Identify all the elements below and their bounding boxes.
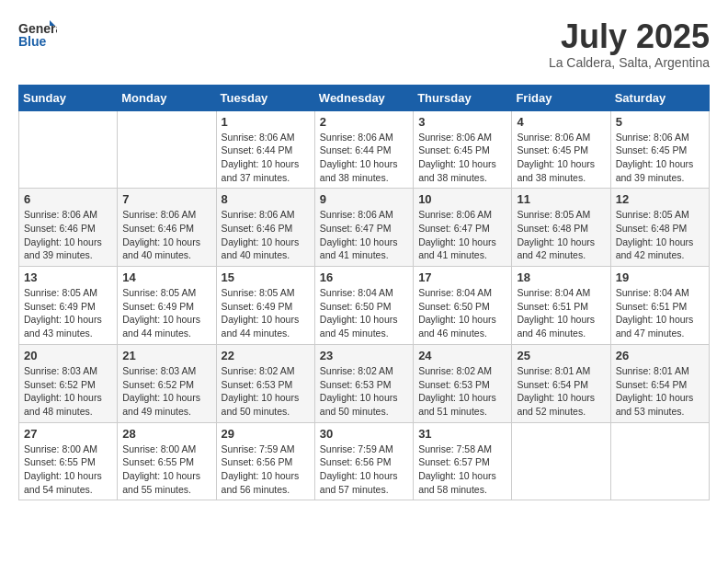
calendar-cell: 6Sunrise: 8:06 AMSunset: 6:46 PMDaylight…	[19, 189, 118, 267]
calendar-cell: 25Sunrise: 8:01 AMSunset: 6:54 PMDayligh…	[512, 344, 610, 422]
calendar-cell: 21Sunrise: 8:03 AMSunset: 6:52 PMDayligh…	[118, 344, 216, 422]
calendar-cell: 30Sunrise: 7:59 AMSunset: 6:56 PMDayligh…	[314, 422, 413, 500]
day-number: 13	[24, 270, 112, 284]
calendar-cell: 8Sunrise: 8:06 AMSunset: 6:46 PMDaylight…	[216, 189, 314, 267]
month-title: July 2025	[549, 18, 710, 55]
calendar-cell	[512, 422, 610, 500]
cell-info: Sunrise: 8:02 AMSunset: 6:53 PMDaylight:…	[418, 364, 506, 419]
cell-info: Sunrise: 8:06 AMSunset: 6:45 PMDaylight:…	[418, 131, 506, 185]
cell-info: Sunrise: 8:06 AMSunset: 6:44 PMDaylight:…	[222, 131, 310, 185]
day-number: 26	[616, 349, 704, 362]
calendar-cell: 29Sunrise: 7:59 AMSunset: 6:56 PMDayligh…	[216, 422, 314, 500]
calendar-cell: 2Sunrise: 8:06 AMSunset: 6:44 PMDaylight…	[314, 110, 413, 189]
day-number: 12	[616, 192, 704, 206]
cell-info: Sunrise: 8:02 AMSunset: 6:53 PMDaylight:…	[222, 364, 310, 419]
cell-info: Sunrise: 8:06 AMSunset: 6:44 PMDaylight:…	[320, 131, 408, 185]
cell-info: Sunrise: 8:03 AMSunset: 6:52 PMDaylight:…	[122, 364, 210, 419]
day-number: 20	[24, 349, 112, 362]
weekday-friday: Friday	[512, 85, 610, 110]
day-number: 8	[222, 192, 310, 206]
day-number: 1	[222, 115, 310, 129]
calendar-cell: 11Sunrise: 8:05 AMSunset: 6:48 PMDayligh…	[512, 189, 610, 267]
cell-info: Sunrise: 8:06 AMSunset: 6:47 PMDaylight:…	[320, 208, 408, 262]
calendar-cell: 20Sunrise: 8:03 AMSunset: 6:52 PMDayligh…	[19, 344, 118, 422]
cell-info: Sunrise: 8:06 AMSunset: 6:45 PMDaylight:…	[616, 131, 704, 185]
calendar-cell: 26Sunrise: 8:01 AMSunset: 6:54 PMDayligh…	[610, 344, 709, 422]
calendar-cell: 16Sunrise: 8:04 AMSunset: 6:50 PMDayligh…	[314, 267, 413, 345]
cell-info: Sunrise: 8:04 AMSunset: 6:50 PMDaylight:…	[320, 286, 408, 340]
svg-text:Blue: Blue	[18, 34, 47, 49]
calendar-cell: 24Sunrise: 8:02 AMSunset: 6:53 PMDayligh…	[414, 344, 512, 422]
calendar-cell: 3Sunrise: 8:06 AMSunset: 6:45 PMDaylight…	[414, 110, 512, 189]
day-number: 9	[320, 192, 408, 206]
calendar-cell	[118, 110, 216, 189]
cell-info: Sunrise: 7:58 AMSunset: 6:57 PMDaylight:…	[418, 442, 506, 497]
cell-info: Sunrise: 8:06 AMSunset: 6:46 PMDaylight:…	[222, 208, 310, 262]
logo: General Blue	[18, 18, 57, 52]
calendar-cell: 19Sunrise: 8:04 AMSunset: 6:51 PMDayligh…	[610, 267, 709, 345]
calendar-cell: 9Sunrise: 8:06 AMSunset: 6:47 PMDaylight…	[314, 189, 413, 267]
day-number: 22	[222, 349, 310, 362]
calendar: SundayMondayTuesdayWednesdayThursdayFrid…	[18, 85, 710, 501]
cell-info: Sunrise: 8:01 AMSunset: 6:54 PMDaylight:…	[517, 364, 605, 419]
calendar-cell: 31Sunrise: 7:58 AMSunset: 6:57 PMDayligh…	[414, 422, 512, 500]
cell-info: Sunrise: 8:05 AMSunset: 6:48 PMDaylight:…	[517, 208, 605, 262]
day-number: 29	[222, 427, 310, 441]
day-number: 6	[24, 192, 112, 206]
calendar-cell	[19, 110, 118, 189]
week-row-2: 6Sunrise: 8:06 AMSunset: 6:46 PMDaylight…	[19, 189, 710, 267]
cell-info: Sunrise: 7:59 AMSunset: 6:56 PMDaylight:…	[320, 442, 408, 497]
cell-info: Sunrise: 8:05 AMSunset: 6:49 PMDaylight:…	[24, 286, 112, 340]
cell-info: Sunrise: 8:05 AMSunset: 6:49 PMDaylight:…	[222, 286, 310, 340]
cell-info: Sunrise: 8:00 AMSunset: 6:55 PMDaylight:…	[24, 442, 112, 497]
calendar-cell	[610, 422, 709, 500]
day-number: 2	[320, 115, 408, 129]
week-row-4: 20Sunrise: 8:03 AMSunset: 6:52 PMDayligh…	[19, 344, 710, 422]
cell-info: Sunrise: 8:00 AMSunset: 6:55 PMDaylight:…	[122, 442, 210, 497]
calendar-cell: 4Sunrise: 8:06 AMSunset: 6:45 PMDaylight…	[512, 110, 610, 189]
location: La Caldera, Salta, Argentina	[549, 55, 710, 70]
calendar-cell: 28Sunrise: 8:00 AMSunset: 6:55 PMDayligh…	[118, 422, 216, 500]
title-block: July 2025 La Caldera, Salta, Argentina	[549, 18, 710, 70]
calendar-cell: 7Sunrise: 8:06 AMSunset: 6:46 PMDaylight…	[118, 189, 216, 267]
day-number: 23	[320, 349, 408, 362]
weekday-tuesday: Tuesday	[216, 85, 314, 110]
calendar-cell: 1Sunrise: 8:06 AMSunset: 6:44 PMDaylight…	[216, 110, 314, 189]
calendar-cell: 18Sunrise: 8:04 AMSunset: 6:51 PMDayligh…	[512, 267, 610, 345]
day-number: 17	[418, 270, 506, 284]
calendar-cell: 5Sunrise: 8:06 AMSunset: 6:45 PMDaylight…	[610, 110, 709, 189]
weekday-thursday: Thursday	[414, 85, 512, 110]
page-header: General Blue July 2025 La Caldera, Salta…	[18, 18, 710, 70]
cell-info: Sunrise: 8:03 AMSunset: 6:52 PMDaylight:…	[24, 364, 112, 419]
day-number: 7	[122, 192, 210, 206]
day-number: 31	[418, 427, 506, 441]
day-number: 3	[418, 115, 506, 129]
day-number: 15	[222, 270, 310, 284]
day-number: 14	[122, 270, 210, 284]
weekday-saturday: Saturday	[610, 85, 709, 110]
cell-info: Sunrise: 8:05 AMSunset: 6:48 PMDaylight:…	[616, 208, 704, 262]
calendar-cell: 12Sunrise: 8:05 AMSunset: 6:48 PMDayligh…	[610, 189, 709, 267]
calendar-cell: 10Sunrise: 8:06 AMSunset: 6:47 PMDayligh…	[414, 189, 512, 267]
calendar-cell: 15Sunrise: 8:05 AMSunset: 6:49 PMDayligh…	[216, 267, 314, 345]
weekday-wednesday: Wednesday	[314, 85, 413, 110]
calendar-cell: 27Sunrise: 8:00 AMSunset: 6:55 PMDayligh…	[19, 422, 118, 500]
cell-info: Sunrise: 8:06 AMSunset: 6:46 PMDaylight:…	[122, 208, 210, 262]
weekday-monday: Monday	[118, 85, 216, 110]
cell-info: Sunrise: 8:06 AMSunset: 6:46 PMDaylight:…	[24, 208, 112, 262]
calendar-cell: 13Sunrise: 8:05 AMSunset: 6:49 PMDayligh…	[19, 267, 118, 345]
cell-info: Sunrise: 8:05 AMSunset: 6:49 PMDaylight:…	[122, 286, 210, 340]
day-number: 18	[517, 270, 605, 284]
cell-info: Sunrise: 8:04 AMSunset: 6:51 PMDaylight:…	[517, 286, 605, 340]
calendar-cell: 14Sunrise: 8:05 AMSunset: 6:49 PMDayligh…	[118, 267, 216, 345]
day-number: 16	[320, 270, 408, 284]
day-number: 10	[418, 192, 506, 206]
cell-info: Sunrise: 8:04 AMSunset: 6:50 PMDaylight:…	[418, 286, 506, 340]
calendar-cell: 17Sunrise: 8:04 AMSunset: 6:50 PMDayligh…	[414, 267, 512, 345]
day-number: 5	[616, 115, 704, 129]
day-number: 24	[418, 349, 506, 362]
logo-svg: General Blue	[18, 18, 57, 52]
day-number: 30	[320, 427, 408, 441]
day-number: 28	[122, 427, 210, 441]
calendar-cell: 22Sunrise: 8:02 AMSunset: 6:53 PMDayligh…	[216, 344, 314, 422]
